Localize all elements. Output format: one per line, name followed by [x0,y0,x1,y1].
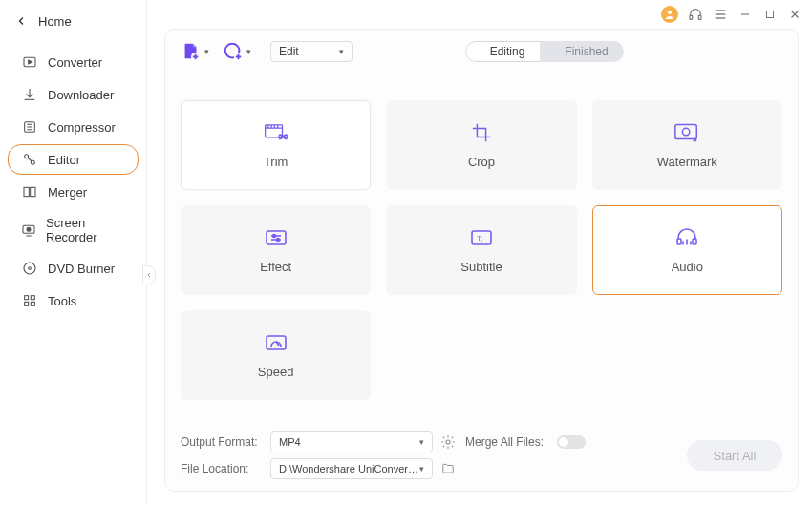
main: ▾ ▾ Edit ▾ Editing Finished Tri [147,0,812,505]
chevron-down-icon: ▾ [204,47,209,56]
merge-toggle[interactable] [557,435,595,449]
start-all-button[interactable]: Start All [687,440,782,471]
svg-point-9 [24,263,35,274]
sidebar-item-merger[interactable]: Merger [8,177,139,207]
sidebar-item-dvd-burner[interactable]: DVD Burner [8,253,139,284]
svg-point-42 [276,238,279,241]
collapse-sidebar-button[interactable] [142,265,156,284]
tile-subtitle[interactable]: T;Subtitle [386,205,576,295]
sidebar-item-label: Editor [48,153,80,167]
converter-icon [21,53,38,71]
svg-rect-36 [675,124,696,138]
svg-rect-13 [25,302,29,305]
watermark-icon [673,122,700,143]
effect-icon [263,227,289,248]
sidebar-item-label: Tools [48,294,76,308]
mode-dropdown-value: Edit [279,45,299,58]
speed-icon [263,332,289,353]
tile-label: Watermark [657,155,717,169]
svg-rect-6 [31,187,35,196]
tile-audio[interactable]: Audio [592,205,782,295]
chevron-down-icon: ▾ [419,464,424,473]
sidebar-item-converter[interactable]: Converter [8,47,139,77]
maximize-button[interactable] [762,7,778,22]
sidebar-item-downloader[interactable]: Downloader [8,79,139,110]
audio-icon [673,227,700,248]
tile-label: Speed [258,365,294,379]
tile-effect[interactable]: Effect [181,205,371,295]
tile-watermark[interactable]: Watermark [592,100,782,190]
back-icon[interactable] [13,13,29,29]
add-url-button[interactable]: ▾ [223,41,251,62]
svg-rect-22 [767,11,774,17]
crop-icon [468,122,495,143]
svg-marker-1 [29,60,32,64]
tile-label: Effect [260,260,291,274]
output-format-label: Output Format: [181,435,265,449]
svg-point-37 [683,128,690,135]
chevron-down-icon: ▾ [246,47,251,56]
svg-rect-16 [690,15,693,19]
sidebar-item-label: Compressor [48,120,116,135]
sidebar-item-screen-recorder[interactable]: Screen Recorder [8,209,139,251]
file-location-label: File Location: [181,462,265,475]
tile-label: Audio [672,260,703,274]
merge-label: Merge All Files: [465,435,551,449]
sidebar-item-label: Downloader [48,88,114,102]
mode-dropdown[interactable]: Edit ▾ [270,41,353,62]
svg-point-10 [29,267,32,270]
sidebar-item-compressor[interactable]: Compressor [8,112,139,142]
open-folder-button[interactable] [438,459,458,478]
svg-text:T;: T; [477,234,482,242]
tile-crop[interactable]: Crop [386,100,576,190]
output-format-value: MP4 [279,436,301,448]
add-file-button[interactable]: ▾ [181,41,209,62]
content-card: ▾ ▾ Edit ▾ Editing Finished Tri [164,29,799,492]
sidebar-item-tools[interactable]: Tools [8,285,139,316]
tile-label: Subtitle [460,260,502,274]
user-avatar-icon[interactable] [661,6,678,23]
svg-point-48 [446,440,450,444]
svg-rect-11 [25,296,29,300]
svg-point-8 [27,227,31,231]
file-location-value: D:\Wondershare UniConverter 1 [279,463,419,474]
titlebar [147,0,812,25]
sidebar-item-label: Converter [48,55,102,70]
tools-icon [21,292,38,309]
tile-label: Crop [468,155,495,169]
tab-finished[interactable]: Finished [540,41,624,62]
footer-row: Output Format: MP4 ▾ Merge All Files: Fi… [175,424,788,481]
svg-rect-5 [24,187,29,196]
svg-rect-46 [693,239,696,244]
output-settings-button[interactable] [438,432,458,452]
subtitle-icon: T; [468,227,495,248]
tile-label: Trim [264,155,288,169]
svg-rect-14 [31,302,34,305]
svg-rect-17 [698,15,701,19]
tile-speed[interactable]: Speed [181,310,371,400]
tab-editing[interactable]: Editing [465,41,549,62]
minimize-button[interactable] [737,7,753,22]
sidebar-item-label: DVD Burner [48,262,115,276]
merger-icon [21,183,38,200]
sidebar-item-label: Screen Recorder [46,216,125,244]
menu-icon[interactable] [713,7,728,22]
close-button[interactable] [787,7,802,22]
svg-point-40 [272,234,275,237]
output-format-select[interactable]: MP4 ▾ [270,431,433,452]
editor-icon [21,151,38,168]
downloader-icon [21,86,38,103]
trim-icon [263,122,289,143]
dvd-icon [21,260,38,277]
chevron-down-icon: ▾ [339,47,344,56]
toolbar: ▾ ▾ Edit ▾ Editing Finished [175,39,788,68]
headphones-icon[interactable] [688,7,703,22]
tile-trim[interactable]: Trim [181,100,371,190]
file-location-select[interactable]: D:\Wondershare UniConverter 1 ▾ [270,458,433,479]
svg-rect-45 [677,239,681,244]
sidebar-item-editor[interactable]: Editor [8,144,139,175]
svg-point-15 [668,11,672,14]
chevron-down-icon: ▾ [419,437,424,447]
recorder-icon [21,221,36,239]
mode-segmented-control: Editing Finished [465,41,624,62]
